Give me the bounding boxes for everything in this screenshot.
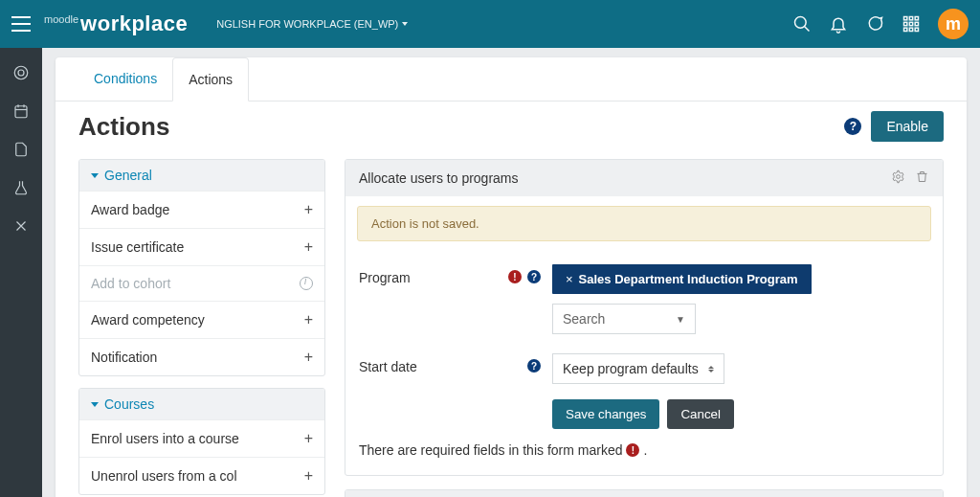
nav-files-icon[interactable] <box>0 130 42 169</box>
dropdown-arrow-icon: ▼ <box>676 314 685 325</box>
enable-button[interactable]: Enable <box>871 111 944 142</box>
allocate-card-head: Allocate users to programs <box>345 160 943 196</box>
svg-rect-4 <box>915 17 918 20</box>
actions-sidebar: General Award badge+ Issue certificate+ … <box>78 159 325 497</box>
language-selector[interactable]: NGLISH FOR WORKPLACE (EN_WP) <box>216 18 408 30</box>
svg-rect-5 <box>904 22 907 25</box>
nav-lab-icon[interactable] <box>0 169 42 207</box>
startdate-label: Start date <box>359 353 502 374</box>
svg-rect-9 <box>909 28 912 31</box>
nav-dashboard-icon[interactable] <box>0 54 42 92</box>
plus-icon: + <box>304 311 313 328</box>
panel-head-courses[interactable]: Courses <box>79 389 324 419</box>
language-label: NGLISH FOR WORKPLACE (EN_WP) <box>216 18 398 30</box>
svg-point-0 <box>795 17 807 29</box>
allocate-card-title: Allocate users to programs <box>359 170 881 186</box>
topbar: moodle workplace NGLISH FOR WORKPLACE (E… <box>0 0 980 48</box>
panel-head-general[interactable]: General <box>79 160 324 191</box>
svg-rect-6 <box>909 22 912 25</box>
save-button[interactable]: Save changes <box>552 399 659 429</box>
chevron-down-icon <box>402 22 408 26</box>
page-header: Actions ? Enable <box>78 111 944 142</box>
svg-rect-3 <box>909 17 912 20</box>
row-program: Program ! ? ×Sales Department Induction … <box>359 255 929 344</box>
remove-icon[interactable]: × <box>566 272 573 286</box>
required-note: There are required fields in this form m… <box>359 429 929 462</box>
menu-toggle-icon[interactable] <box>11 16 31 32</box>
row-startdate: Start date ? Keep program defaults <box>359 344 929 394</box>
required-icon: ! <box>508 270 522 283</box>
plus-icon: + <box>304 430 313 447</box>
chevron-down-icon <box>91 402 99 407</box>
action-notification[interactable]: Notification+ <box>79 338 324 375</box>
svg-rect-13 <box>15 106 27 118</box>
brand-main: workplace <box>80 11 188 36</box>
help-icon[interactable]: ? <box>527 270 541 283</box>
svg-point-17 <box>897 175 901 179</box>
svg-rect-8 <box>904 28 907 31</box>
action-unenrol-users[interactable]: Unenrol users from a col+ <box>79 457 324 494</box>
allocate-card: Allocate users to programs Action is not… <box>345 159 944 476</box>
action-award-competency[interactable]: Award competency+ <box>79 301 324 338</box>
leftbar <box>0 48 42 497</box>
svg-point-12 <box>18 70 24 76</box>
help-icon[interactable]: ? <box>844 118 861 135</box>
plus-icon: + <box>304 349 313 366</box>
form-area: Allocate users to programs Action is not… <box>345 159 944 497</box>
svg-rect-2 <box>904 17 907 20</box>
notification-card: Notification Send notification 'Welcome … <box>345 489 944 497</box>
main-card: Conditions Actions Actions ? Enable Gene… <box>56 57 967 497</box>
search-icon[interactable] <box>792 14 812 34</box>
nav-tools-icon[interactable] <box>0 207 42 245</box>
chevron-down-icon <box>91 173 99 178</box>
bell-icon[interactable] <box>829 14 848 34</box>
svg-rect-10 <box>915 28 918 31</box>
cancel-button[interactable]: Cancel <box>667 399 734 429</box>
warning-banner: Action is not saved. <box>357 206 931 241</box>
program-label: Program <box>359 264 502 285</box>
svg-rect-7 <box>915 22 918 25</box>
action-issue-certificate[interactable]: Issue certificate+ <box>79 228 324 265</box>
brand-top: moodle <box>44 13 78 25</box>
info-icon <box>300 277 313 290</box>
required-icon: ! <box>626 443 639 457</box>
trash-icon[interactable] <box>915 169 929 187</box>
avatar[interactable]: m <box>938 9 969 39</box>
gear-icon[interactable] <box>891 169 905 187</box>
plus-icon: + <box>304 467 313 485</box>
tab-actions[interactable]: Actions <box>172 57 249 102</box>
page-title: Actions <box>78 112 844 142</box>
tabs: Conditions Actions <box>56 57 967 102</box>
topbar-icons: m <box>792 9 969 39</box>
apps-icon[interactable] <box>902 14 921 34</box>
program-chip[interactable]: ×Sales Department Induction Program <box>552 264 812 294</box>
action-award-badge[interactable]: Award badge+ <box>79 191 324 228</box>
plus-icon: + <box>304 238 313 256</box>
panel-general: General Award badge+ Issue certificate+ … <box>78 159 325 376</box>
startdate-select[interactable]: Keep program defaults <box>552 353 724 384</box>
panel-courses: Courses Enrol users into a course+ Unenr… <box>78 388 325 495</box>
brand[interactable]: moodle workplace <box>44 11 188 36</box>
svg-line-1 <box>805 27 810 32</box>
chat-icon[interactable] <box>865 14 884 34</box>
help-icon[interactable]: ? <box>527 359 541 373</box>
plus-icon: + <box>304 201 313 218</box>
notification-card-head: Notification <box>345 490 943 497</box>
action-add-to-cohort: Add to cohort <box>79 265 324 301</box>
nav-calendar-icon[interactable] <box>0 92 42 130</box>
tab-conditions[interactable]: Conditions <box>78 57 172 101</box>
select-arrows-icon <box>708 366 714 373</box>
svg-point-11 <box>14 66 28 79</box>
program-search-select[interactable]: Search▼ <box>552 304 696 334</box>
action-enrol-users[interactable]: Enrol users into a course+ <box>79 419 324 457</box>
